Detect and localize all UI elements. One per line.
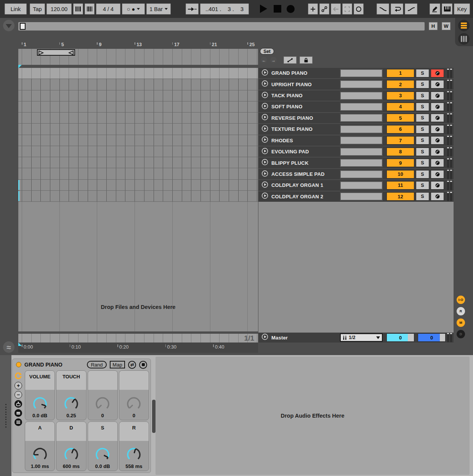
track-name-area[interactable]: RHODES [258,135,338,146]
track-volume-slider[interactable] [340,148,383,156]
tempo-field[interactable]: 120.00 [46,3,72,14]
playhead-marker-icon[interactable] [18,343,22,346]
track-arm-button[interactable] [431,103,444,111]
arrangement-track-lane[interactable] [18,68,258,79]
track-header[interactable]: COLDPLAY ORGAN 2 12 S [258,191,454,202]
track-arm-button[interactable] [431,114,444,122]
track-name-area[interactable]: GRAND PIANO [258,68,338,78]
beat-time-ruler[interactable]: 15913172125 [18,41,258,49]
draw-mode-button[interactable] [430,3,440,14]
arrangement-track-lane[interactable] [18,90,258,101]
track-header[interactable]: EVOLVING PAD 8 S [258,146,454,157]
loop-switch-button[interactable] [354,3,364,14]
metronome-button[interactable]: ○ ● [122,3,145,14]
arrangement-track-lane[interactable] [18,124,258,135]
mixer-toggle-m[interactable]: M [457,318,465,327]
master-volume-field[interactable]: 0 [418,333,446,342]
macro-knob[interactable]: A 1.00 ms [25,421,55,471]
track-arm-button[interactable] [431,181,444,190]
re-enable-automation-button[interactable] [331,3,341,14]
nudge-down-button[interactable] [73,3,83,14]
time-ruler[interactable]: 0:000:100:200:300:40 [18,343,258,353]
audio-effects-drop-area[interactable]: Drop Audio Effects Here [156,357,470,475]
mixer-toggle-i-o[interactable]: I-O [457,296,465,304]
track-volume-slider[interactable] [340,181,383,190]
track-volume-slider[interactable] [340,80,383,88]
macro-variations-icon[interactable] [14,372,22,380]
track-volume-slider[interactable] [340,125,383,133]
new-button[interactable] [308,3,318,14]
stop-button[interactable] [274,5,281,13]
optimize-width-button[interactable]: W [442,22,451,30]
arrangement-track-lane[interactable] [18,191,258,202]
arrangement-track-lane[interactable] [18,168,258,179]
track-activator-button[interactable]: 1 [386,69,414,77]
optimize-height-button[interactable]: H [429,22,438,30]
track-volume-slider[interactable] [340,92,383,100]
clip[interactable] [18,180,19,190]
scrollbar-handle[interactable] [20,23,26,30]
macro-knob[interactable]: TOUCH 0.25 [56,370,86,420]
lock-envelopes-button[interactable] [300,56,313,64]
track-header[interactable]: TEXTURE PIANO 6 S [258,124,454,134]
track-name-area[interactable]: UPRIGHT PIANO [258,79,338,89]
track-fold-icon[interactable] [261,114,268,122]
track-fold-icon[interactable] [261,92,268,100]
track-activator-button[interactable]: 12 [386,192,414,201]
track-name-area[interactable]: TEXTURE PIANO [258,124,338,134]
arrangement-track-lane[interactable] [18,101,258,113]
clip-overview-button[interactable]: ≈ [3,341,14,353]
knob-dial-icon[interactable] [29,446,51,463]
empty-arrangement-area[interactable]: Drop Files and Devices Here [18,202,258,331]
arrangement-track-lane[interactable] [18,135,258,146]
track-arm-button[interactable] [431,92,444,100]
knob-dial-icon[interactable] [91,395,114,413]
track-name-area[interactable]: ACCESS SIMPLE PAD [258,169,338,179]
track-fold-icon[interactable] [261,136,268,145]
macro-knob[interactable]: D 600 ms [56,421,86,471]
automation-arm-button[interactable] [319,3,329,14]
track-activator-button[interactable]: 8 [386,148,414,156]
clip[interactable] [18,191,19,201]
arrangement-track-lane[interactable] [18,180,258,191]
macro-knob[interactable]: 0 [88,370,118,420]
device-activator-led[interactable] [16,362,21,367]
cue-out-selector[interactable]: 1/2 [340,333,383,342]
arrangement-track-lane[interactable] [18,146,258,157]
arrangement-overview-scrollbar[interactable] [18,22,425,31]
track-solo-button[interactable]: S [416,103,429,111]
track-solo-button[interactable]: S [416,114,429,122]
knob-dial-icon[interactable] [122,395,145,413]
track-header[interactable]: TACK PIANO 3 S [258,90,454,101]
track-activator-button[interactable]: 3 [386,92,414,100]
punch-out-button[interactable] [405,3,417,14]
track-solo-button[interactable]: S [416,125,429,133]
track-name-area[interactable]: TACK PIANO [258,90,338,101]
device-chain-divider[interactable] [152,400,156,433]
track-header[interactable]: BLIPPY PLUCK 9 S [258,158,454,168]
track-header[interactable]: GRAND PIANO 1 S [258,68,454,78]
save-preset-button[interactable] [139,361,147,369]
arrangement-track-lane[interactable] [18,113,258,124]
punch-button[interactable] [342,3,352,14]
tap-tempo-button[interactable]: Tap [30,3,45,14]
knob-dial-icon[interactable] [122,446,145,463]
track-solo-button[interactable]: S [416,192,429,201]
track-fold-icon[interactable] [261,192,268,201]
track-header[interactable]: UPRIGHT PIANO 2 S [258,79,454,89]
track-fold-icon[interactable] [261,148,268,156]
knob-dial-icon[interactable] [60,446,83,463]
track-arm-button[interactable] [431,159,444,167]
snapshot-list-button[interactable] [14,418,22,426]
track-header[interactable]: COLDPLAY ORGAN 1 11 S [258,180,454,190]
track-name-area[interactable]: REVERSE PIANO [258,113,338,123]
track-name-area[interactable]: EVOLVING PAD [258,146,338,157]
loop-brace[interactable] [37,49,75,56]
track-activator-button[interactable]: 10 [386,170,414,178]
track-solo-button[interactable]: S [416,92,429,100]
track-volume-slider[interactable] [340,136,383,145]
punch-in-button[interactable] [377,3,389,14]
track-arm-button[interactable] [431,69,444,77]
track-volume-slider[interactable] [340,170,383,178]
track-volume-slider[interactable] [340,69,383,77]
